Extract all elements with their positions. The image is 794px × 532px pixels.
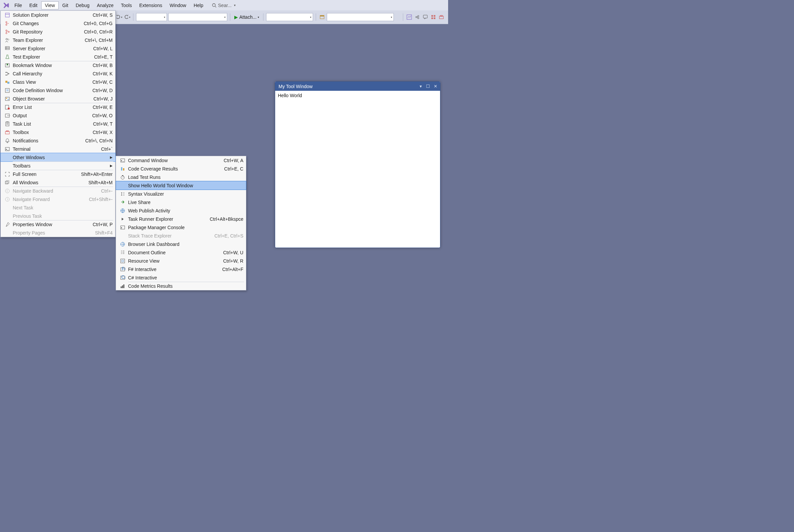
attach-label: Attach...	[239, 14, 256, 20]
menu-item-resource-view[interactable]: Resource ViewCtrl+W, R	[116, 256, 246, 265]
svg-rect-48	[5, 181, 8, 184]
solution-platforms-combo[interactable]: ▾	[168, 13, 227, 21]
menu-item-label: Git Changes	[13, 21, 39, 26]
menu-window[interactable]: Window	[166, 1, 190, 10]
menu-item-shortcut: Shift+Alt+M	[82, 180, 113, 185]
live-share-icon[interactable]	[414, 14, 421, 20]
menu-item-solution-explorer[interactable]: Solution ExplorerCtrl+W, S	[1, 11, 115, 19]
menu-item-properties-window[interactable]: Properties WindowCtrl+W, P	[1, 220, 115, 228]
menu-item-output[interactable]: OutputCtrl+W, O	[1, 111, 115, 120]
svg-rect-53	[121, 167, 122, 171]
process-combo[interactable]: ▾	[266, 13, 313, 21]
menu-item-shortcut: Ctrl+E, T	[88, 54, 113, 60]
close-icon[interactable]: ✕	[433, 84, 438, 89]
menu-view[interactable]: View	[41, 1, 59, 10]
menu-item-git-repository[interactable]: Git RepositoryCtrl+0, Ctrl+R	[1, 27, 115, 36]
window-menu-icon[interactable]: ▾	[418, 84, 423, 89]
menu-item-label: Previous Task	[13, 213, 42, 219]
manage-extensions-icon[interactable]	[430, 14, 437, 20]
menu-item-label: Error List	[13, 104, 32, 110]
menu-item-error-list[interactable]: Error ListCtrl+W, E	[1, 103, 115, 111]
menu-item-label: Property Pages	[13, 230, 45, 235]
code-metrics-icon	[119, 283, 127, 289]
menu-item-test-explorer[interactable]: Test ExplorerCtrl+E, T	[1, 53, 115, 61]
other-windows-submenu: Command WindowCtrl+W, ACode Coverage Res…	[116, 156, 246, 290]
menu-item-toolbox[interactable]: ToolboxCtrl+W, X	[1, 128, 115, 136]
svg-rect-38	[8, 99, 9, 100]
menu-analyze[interactable]: Analyze	[93, 1, 117, 10]
vs-logo-icon	[1, 2, 11, 9]
load-test-icon	[119, 174, 127, 180]
menu-item-task-runner-explorer[interactable]: Task Runner ExplorerCtrl+Alt+Bkspce	[116, 215, 246, 223]
menu-item-notifications[interactable]: NotificationsCtrl+\, Ctrl+N	[1, 136, 115, 145]
menu-item-object-browser[interactable]: Object BrowserCtrl+W, J	[1, 94, 115, 103]
menu-item-show-hello-world-tool-window[interactable]: Show Hello World Tool Window	[116, 181, 246, 190]
menu-item-web-publish-activity[interactable]: Web Publish Activity	[116, 206, 246, 215]
solution-configurations-combo[interactable]: ▾	[136, 13, 167, 21]
svg-rect-56	[122, 175, 123, 176]
search-dropdown-icon[interactable]: ▾	[234, 3, 236, 7]
tool-window-titlebar[interactable]: My Tool Window ▾ ☐ ✕	[275, 82, 440, 91]
menu-item-class-view[interactable]: Class ViewCtrl+W, C	[1, 78, 115, 86]
menu-debug[interactable]: Debug	[72, 1, 93, 10]
thread-icon[interactable]	[319, 14, 326, 20]
menu-item-server-explorer[interactable]: Server ExplorerCtrl+W, L	[1, 44, 115, 53]
svg-rect-67	[122, 285, 123, 288]
menu-help[interactable]: Help	[190, 1, 207, 10]
svg-point-27	[6, 47, 7, 48]
menu-item-terminal[interactable]: TerminalCtrl+`	[1, 145, 115, 153]
menu-item-shortcut: Ctrl+W, E	[86, 104, 113, 110]
menu-item-code-metrics-results[interactable]: Code Metrics Results	[116, 282, 246, 290]
menu-file[interactable]: File	[11, 1, 26, 10]
menu-item-label: Git Repository	[13, 29, 42, 35]
class-view-icon	[3, 79, 12, 85]
menu-item-load-test-runs[interactable]: Load Test Runs	[116, 173, 246, 181]
menu-item-command-window[interactable]: Command WindowCtrl+W, A	[116, 156, 246, 165]
menu-item-next-task: Next Task	[1, 203, 115, 212]
application-insights-icon[interactable]	[406, 14, 412, 20]
menu-item-code-coverage-results[interactable]: Code Coverage ResultsCtrl+E, C	[116, 165, 246, 173]
menu-item-shortcut: Ctrl+W, T	[87, 121, 113, 127]
menu-item-browser-link-dashboard[interactable]: Browser Link Dashboard	[116, 240, 246, 248]
menu-item-task-list[interactable]: Task ListCtrl+W, T	[1, 120, 115, 128]
menu-edit[interactable]: Edit	[26, 1, 41, 10]
menu-item-document-outline[interactable]: Document OutlineCtrl+W, U	[116, 248, 246, 256]
menu-item-package-manager-console[interactable]: Package Manager Console	[116, 223, 246, 231]
menu-item-team-explorer[interactable]: Team ExplorerCtrl+\, Ctrl+M	[1, 36, 115, 44]
stack-frame-combo[interactable]: ▾	[327, 13, 394, 21]
navigate-forward-icon	[3, 197, 12, 202]
menu-item-shortcut: Ctrl+W, S	[86, 13, 113, 18]
git-repository-icon	[3, 29, 12, 35]
toolbox-shortcut-icon[interactable]	[438, 14, 445, 20]
quick-search[interactable]: Sear... ▾	[212, 3, 236, 8]
properties-window-icon	[3, 222, 12, 227]
redo-icon[interactable]: ▾	[124, 14, 130, 20]
svg-point-51	[5, 197, 10, 201]
menu-item-f-interactive[interactable]: F#F# InteractiveCtrl+Alt+F	[116, 265, 246, 273]
svg-point-24	[8, 39, 9, 40]
menu-item-all-windows[interactable]: All WindowsShift+Alt+M	[1, 178, 115, 187]
menu-item-bookmark-window[interactable]: Bookmark WindowCtrl+W, B	[1, 61, 115, 69]
menu-extensions[interactable]: Extensions	[135, 1, 166, 10]
menu-item-other-windows[interactable]: Other Windows▶	[0, 153, 116, 162]
menu-item-syntax-visualizer[interactable]: Syntax Visualizer	[116, 190, 246, 198]
svg-rect-35	[5, 89, 10, 93]
svg-rect-11	[431, 15, 433, 17]
menu-git[interactable]: Git	[59, 1, 72, 10]
svg-rect-12	[434, 15, 436, 17]
menu-tools[interactable]: Tools	[117, 1, 136, 10]
menu-item-code-definition-window[interactable]: Code Definition WindowCtrl+W, D	[1, 86, 115, 94]
menu-item-git-changes[interactable]: Git ChangesCtrl+0, Ctrl+G	[1, 19, 115, 27]
feedback-icon[interactable]	[422, 14, 429, 20]
svg-rect-36	[5, 97, 10, 100]
undo-icon[interactable]: ▾	[116, 14, 122, 20]
menu-item-full-screen[interactable]: Full ScreenShift+Alt+Enter	[1, 170, 115, 178]
menu-item-live-share[interactable]: Live Share	[116, 198, 246, 206]
maximize-icon[interactable]: ☐	[425, 84, 431, 89]
menu-item-call-hierarchy[interactable]: Call HierarchyCtrl+W, K	[1, 69, 115, 78]
menu-item-toolbars[interactable]: Toolbars▶	[1, 162, 115, 170]
svg-rect-54	[123, 168, 124, 171]
menu-item-label: Toolbars	[13, 163, 31, 169]
attach-button[interactable]: ▶ Attach... ▾	[234, 14, 259, 20]
menu-item-c-interactive[interactable]: C#C# Interactive	[116, 273, 246, 282]
